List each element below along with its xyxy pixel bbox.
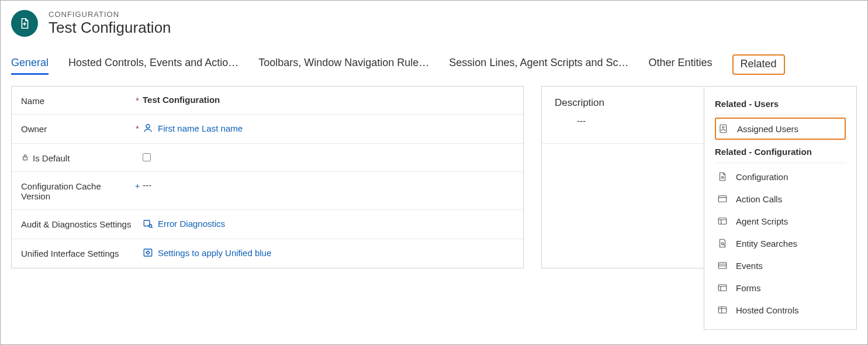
field-label-cache-version: Configuration Cache Version <box>21 180 132 201</box>
field-value-unified-settings[interactable]: Settings to apply Unified blue <box>143 247 514 260</box>
svg-point-7 <box>722 126 724 128</box>
svg-rect-14 <box>718 307 727 313</box>
svg-point-11 <box>721 243 724 245</box>
recommended-mark: + <box>132 180 143 191</box>
window-icon <box>717 194 728 204</box>
svg-rect-9 <box>718 196 727 202</box>
field-row-audit-settings: Audit & Diagnostics Settings Error Diagn… <box>12 210 523 239</box>
menu-item-entity-searches[interactable]: Entity Searches <box>715 232 846 254</box>
svg-rect-10 <box>718 218 727 225</box>
svg-point-5 <box>147 251 150 254</box>
field-row-owner: Owner * First name Last name <box>12 115 523 144</box>
field-value-owner[interactable]: First name Last name <box>143 123 514 135</box>
tab-related[interactable]: Related <box>732 54 785 75</box>
menu-item-hosted-controls[interactable]: Hosted Controls <box>715 299 846 321</box>
owner-name: First name Last name <box>158 123 243 133</box>
tab-bar: General Hosted Controls, Events and Acti… <box>1 54 867 75</box>
svg-point-8 <box>721 177 723 178</box>
users-icon <box>718 123 729 134</box>
field-value-is-default <box>143 152 514 163</box>
menu-item-assigned-users[interactable]: Assigned Users <box>715 118 846 140</box>
grid-icon <box>717 305 728 315</box>
related-dropdown-menu: Related - Users Assigned Users Related -… <box>704 87 857 330</box>
field-label-is-default: Is Default <box>21 152 132 163</box>
field-label-owner: Owner <box>21 123 132 134</box>
entity-document-icon <box>11 10 38 37</box>
menu-item-action-calls[interactable]: Action Calls <box>715 188 846 210</box>
field-label-unified-settings: Unified Interface Settings <box>21 247 132 258</box>
field-row-cache-version: Configuration Cache Version + --- <box>12 172 523 210</box>
list-icon <box>717 260 728 271</box>
form-icon <box>717 282 728 293</box>
svg-rect-13 <box>718 285 727 291</box>
tab-general[interactable]: General <box>11 54 49 75</box>
field-value-cache-version[interactable]: --- <box>143 180 514 190</box>
field-label-name: Name <box>21 95 132 106</box>
field-value-name[interactable]: Test Configuration <box>143 95 514 105</box>
menu-item-configuration[interactable]: Configuration <box>715 165 846 188</box>
menu-item-events[interactable]: Events <box>715 254 846 277</box>
page-title: Test Configuration <box>49 19 171 37</box>
audit-settings-link[interactable]: Error Diagnostics <box>143 218 225 229</box>
is-default-checkbox[interactable] <box>143 153 151 161</box>
field-row-is-default: Is Default <box>12 144 523 172</box>
svg-rect-1 <box>23 157 27 160</box>
unified-settings-link[interactable]: Settings to apply Unified blue <box>143 247 271 258</box>
general-form-panel: Name * Test Configuration Owner * First … <box>11 86 524 268</box>
menu-item-agent-scripts[interactable]: Agent Scripts <box>715 210 846 232</box>
diagnostics-icon <box>143 218 153 229</box>
field-label-audit-settings: Audit & Diagnostics Settings <box>21 218 132 229</box>
tab-other-entities[interactable]: Other Entities <box>649 54 713 75</box>
svg-rect-4 <box>144 249 152 256</box>
required-mark: * <box>132 95 143 105</box>
search-document-icon <box>717 238 728 249</box>
breadcrumb: CONFIGURATION <box>49 10 171 19</box>
svg-rect-6 <box>720 125 727 133</box>
svg-rect-12 <box>718 263 727 269</box>
document-gear-icon <box>717 171 728 182</box>
settings-link-icon <box>143 247 153 258</box>
field-row-unified-settings: Unified Interface Settings Settings to a… <box>12 239 523 268</box>
lock-icon <box>21 153 29 163</box>
person-icon <box>143 123 153 133</box>
owner-lookup-link[interactable]: First name Last name <box>143 123 243 133</box>
field-value-audit-settings[interactable]: Error Diagnostics <box>143 218 514 230</box>
required-mark: * <box>132 123 143 133</box>
menu-item-forms[interactable]: Forms <box>715 277 846 299</box>
tab-toolbars[interactable]: Toolbars, Window Navigation Rule… <box>258 54 429 75</box>
svg-point-0 <box>146 125 150 128</box>
tab-hosted-controls[interactable]: Hosted Controls, Events and Actio… <box>68 54 238 75</box>
page-header: CONFIGURATION Test Configuration <box>1 1 867 44</box>
related-group-configuration: Related - Configuration <box>715 142 846 163</box>
related-group-users: Related - Users <box>715 94 846 115</box>
tab-session-lines[interactable]: Session Lines, Agent Scripts and Sc… <box>449 54 628 75</box>
field-row-name: Name * Test Configuration <box>12 87 523 115</box>
layout-icon <box>717 216 728 226</box>
